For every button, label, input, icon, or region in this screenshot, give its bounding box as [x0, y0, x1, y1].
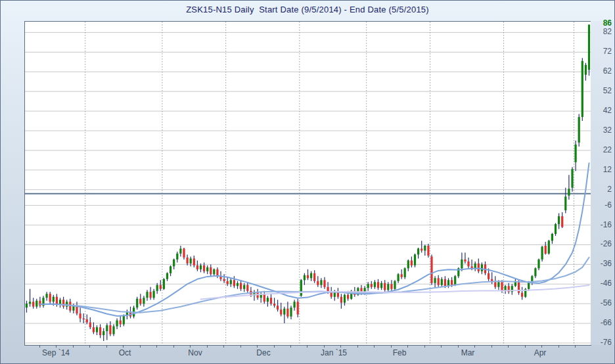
candle-down — [270, 298, 272, 304]
candle-up — [304, 275, 306, 281]
week-tick — [374, 345, 375, 348]
candle-down — [150, 292, 152, 298]
candle-down — [297, 302, 299, 314]
price-tick-label: -46 — [601, 279, 612, 288]
candle-up — [441, 279, 443, 285]
week-tick — [407, 345, 408, 348]
month-label: Nov — [188, 348, 202, 357]
price-tick-label: -56 — [601, 298, 612, 307]
price-tick-label: -66 — [601, 318, 612, 327]
candle-down — [240, 283, 242, 289]
candle-down — [89, 323, 91, 328]
candle-up — [558, 216, 560, 224]
candle-down — [478, 263, 480, 271]
candle-up — [153, 291, 155, 298]
candle-down — [99, 327, 101, 335]
candle-down — [323, 280, 325, 287]
price-tick-label: 12 — [603, 165, 612, 174]
last-price-label: 86 — [603, 18, 612, 28]
candle-down — [501, 282, 503, 291]
candle-down — [313, 273, 315, 281]
candle-up — [585, 65, 587, 75]
week-tick — [508, 345, 509, 348]
week-tick — [441, 345, 442, 348]
candle-up — [237, 283, 239, 286]
candle-down — [80, 313, 81, 319]
week-tick — [324, 345, 325, 348]
week-tick — [140, 345, 141, 348]
price-tick-label: 32 — [603, 125, 612, 135]
price-tick-label: 2 — [607, 185, 612, 194]
candle-down — [384, 283, 386, 290]
candle-up — [206, 267, 208, 271]
candle-down — [210, 267, 212, 275]
week-tick — [541, 345, 542, 348]
candle-up — [380, 283, 382, 288]
candle-down — [223, 279, 225, 281]
candlestick-chart[interactable] — [25, 22, 591, 345]
candle-up — [447, 280, 449, 286]
candle-down — [430, 256, 432, 283]
candle-up — [568, 189, 570, 196]
candle-up — [26, 304, 28, 307]
month-label: Oct — [119, 348, 131, 357]
candle-up — [320, 280, 322, 285]
candle-up — [200, 265, 202, 269]
candle-up — [300, 280, 302, 296]
candle-up — [424, 246, 426, 251]
candle-down — [263, 294, 265, 302]
candle-up — [407, 260, 409, 268]
candle-up — [454, 276, 456, 285]
price-tick-label: -26 — [601, 239, 612, 248]
candle-down — [464, 260, 466, 262]
candle-up — [294, 302, 296, 307]
candle-up — [434, 278, 436, 283]
candle-up — [578, 117, 580, 143]
candle-up — [143, 298, 145, 304]
candle-down — [69, 302, 71, 311]
week-tick — [223, 345, 224, 348]
candle-up — [534, 268, 536, 276]
week-tick — [240, 345, 241, 348]
candle-down — [421, 248, 422, 250]
candle-down — [233, 280, 235, 286]
candle-up — [173, 260, 175, 267]
price-tick-label: 22 — [603, 145, 612, 154]
candle-down — [32, 302, 34, 307]
week-tick — [173, 345, 174, 348]
price-tick-label: 82 — [603, 27, 612, 36]
candle-down — [317, 281, 319, 285]
candle-up — [190, 258, 192, 263]
price-tick-label: -6 — [604, 200, 612, 210]
ma-fast-line — [40, 163, 589, 316]
price-chart-plot[interactable] — [24, 21, 591, 346]
candle-up — [398, 274, 399, 281]
week-tick — [156, 345, 157, 348]
candle-down — [401, 274, 403, 277]
week-tick — [525, 345, 526, 348]
week-tick — [39, 345, 40, 348]
candle-down — [411, 260, 413, 265]
candle-up — [461, 260, 463, 269]
price-tick-label: 72 — [603, 47, 612, 56]
candle-up — [541, 247, 543, 260]
candle-up — [29, 302, 31, 304]
price-tick-label: 52 — [603, 86, 612, 95]
date-axis: Sep `14OctNovDecJan `15FebMarApr — [24, 345, 591, 359]
week-tick — [491, 345, 492, 348]
candle-down — [371, 284, 373, 287]
candle-up — [537, 260, 539, 269]
candle-up — [163, 279, 165, 289]
candle-down — [444, 279, 446, 286]
candle-down — [451, 280, 453, 285]
candle-up — [116, 321, 118, 327]
candle-up — [575, 145, 577, 162]
candle-up — [374, 282, 376, 287]
candle-down — [246, 285, 248, 291]
candle-down — [227, 281, 229, 284]
candle-up — [156, 285, 158, 291]
candle-up — [387, 284, 389, 290]
month-label: Dec — [256, 348, 270, 357]
week-tick — [558, 345, 559, 348]
candle-up — [290, 307, 292, 317]
